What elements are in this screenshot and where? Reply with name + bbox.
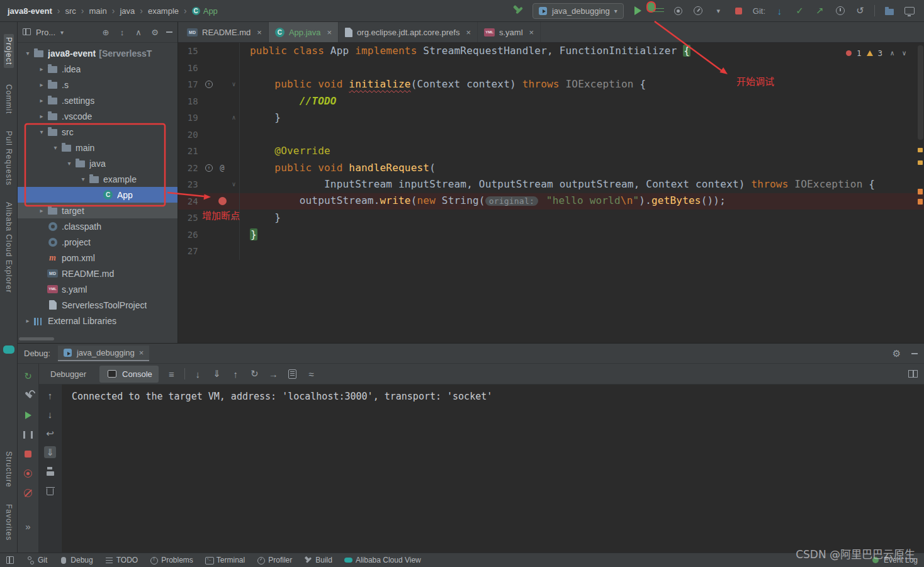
tree-item-main[interactable]: ▾main xyxy=(18,140,177,155)
close-icon[interactable]: × xyxy=(327,28,332,37)
fold-marker-icon[interactable] xyxy=(228,93,240,110)
scroll-to-end-icon[interactable]: ⇓ xyxy=(44,446,56,458)
editor-tab-org.eclipse.jdt.apt.core.prefs[interactable]: org.eclipse.jdt.apt.core.prefs× xyxy=(339,22,478,42)
fold-marker-icon[interactable] xyxy=(228,243,240,260)
tree-item-app[interactable]: CApp xyxy=(18,187,177,203)
tree-item-.settings[interactable]: ▸.settings xyxy=(18,93,177,108)
close-icon[interactable]: × xyxy=(529,28,534,37)
tree-item-.vscode[interactable]: ▸.vscode xyxy=(18,108,177,124)
collapse-all-icon[interactable]: ∧ xyxy=(133,27,144,37)
status-bar-item-profiler[interactable]: Profiler xyxy=(257,556,292,564)
override-marker-icon[interactable]: ↑ xyxy=(205,81,213,88)
fold-marker-icon[interactable]: ∧ xyxy=(228,109,240,126)
tree-item-src[interactable]: ▾src xyxy=(18,124,177,140)
fold-marker-icon[interactable] xyxy=(228,126,240,143)
tree-item-target[interactable]: ▸target xyxy=(18,203,177,218)
breadcrumb-item-src[interactable]: src xyxy=(64,5,77,17)
history-icon[interactable] xyxy=(834,5,846,17)
rerun-frame-icon[interactable]: ↻ xyxy=(249,368,261,380)
expand-collapse-icon[interactable]: ↕ xyxy=(117,27,127,37)
scrollbar-thumb[interactable] xyxy=(918,45,923,140)
tree-item-java[interactable]: ▾java xyxy=(18,155,177,171)
fold-marker-icon[interactable]: ∨ xyxy=(228,76,240,93)
build-hammer-icon[interactable] xyxy=(512,5,524,17)
fold-marker-icon[interactable]: ∧ xyxy=(228,210,240,227)
collapse-arrow-icon[interactable]: ▾ xyxy=(64,160,74,167)
breakpoint-icon[interactable] xyxy=(218,197,227,205)
tree-item-s.yaml[interactable]: YMLs.yaml xyxy=(18,281,177,297)
fold-marker-icon[interactable] xyxy=(228,193,240,210)
tree-item-pom.xml[interactable]: mpom.xml xyxy=(18,250,177,266)
project-folder-icon[interactable] xyxy=(883,5,895,17)
run-icon[interactable] xyxy=(632,5,644,17)
run-configuration-chooser[interactable]: java_debugging ▾ xyxy=(532,3,624,19)
alibaba-cloud-icon[interactable] xyxy=(3,345,14,354)
clear-all-icon[interactable] xyxy=(44,484,56,496)
settings-gear-icon[interactable]: ⚙ xyxy=(150,27,160,37)
stop-icon[interactable] xyxy=(733,5,745,17)
close-icon[interactable]: × xyxy=(139,348,144,357)
tree-item-java8-event[interactable]: ▾java8-event[ServerlessT xyxy=(18,45,177,61)
breadcrumb-item-java8-event[interactable]: java8-event xyxy=(6,5,54,17)
hide-panel-icon[interactable] xyxy=(166,31,172,33)
status-bar-item-alibaba-cloud-view[interactable]: Alibaba Cloud View xyxy=(344,556,421,564)
step-over-icon[interactable]: ↓ xyxy=(192,368,204,380)
rerun-debug-icon[interactable]: ↻ xyxy=(22,370,34,382)
tree-item-example[interactable]: ▾example xyxy=(18,171,177,187)
tool-strip-item-project[interactable]: Project xyxy=(4,34,14,68)
run-options-dropdown-icon[interactable] xyxy=(713,5,724,17)
editor-tab-s.yaml[interactable]: YMLs.yaml× xyxy=(478,22,541,42)
debug-tab-console[interactable]: Console xyxy=(99,366,159,383)
debug-tab-debugger[interactable]: Debugger xyxy=(44,367,93,381)
menu-icon[interactable]: ≡ xyxy=(166,368,177,380)
editor-tab-readme.md[interactable]: MDREADME.md× xyxy=(181,22,269,42)
remote-host-icon[interactable] xyxy=(903,5,915,17)
tree-item-readme.md[interactable]: MDREADME.md xyxy=(18,266,177,281)
restore-layout-icon[interactable] xyxy=(907,368,919,380)
fold-marker-icon[interactable] xyxy=(228,160,240,177)
breadcrumb-item-app[interactable]: CApp xyxy=(191,5,219,17)
editor-tab-app.java[interactable]: CApp.java× xyxy=(269,22,339,42)
expand-arrow-icon[interactable]: ▸ xyxy=(37,113,47,120)
override-marker-icon[interactable]: ↑ xyxy=(205,164,213,172)
close-icon[interactable]: × xyxy=(466,28,471,37)
push-icon[interactable]: ↗ xyxy=(814,5,826,17)
fold-marker-icon[interactable]: ∨ xyxy=(228,176,240,193)
console-output[interactable]: Connected to the target VM, address: 'lo… xyxy=(62,385,924,553)
settings-gear-icon[interactable]: ⚙ xyxy=(891,347,903,359)
tree-item-.project[interactable]: .project xyxy=(18,234,177,250)
print-icon[interactable] xyxy=(44,465,56,477)
next-issue-icon[interactable]: ∨ xyxy=(902,49,906,57)
commit-icon[interactable]: ✓ xyxy=(794,5,806,17)
expand-arrow-icon[interactable]: ▸ xyxy=(23,317,33,324)
rollback-icon[interactable]: ↺ xyxy=(854,5,866,17)
close-icon[interactable]: × xyxy=(257,28,262,37)
tree-item-.idea[interactable]: ▸.idea xyxy=(18,61,177,77)
hide-panel-icon[interactable] xyxy=(911,353,918,354)
step-out-icon[interactable]: ↑ xyxy=(230,368,242,380)
up-the-stack-icon[interactable]: ↑ xyxy=(44,390,56,401)
tree-item-.classpath[interactable]: .classpath xyxy=(18,218,177,234)
tree-item-serverlesstoolproject[interactable]: ServerlessToolProject xyxy=(18,297,177,313)
tool-strip-item-commit[interactable]: Commit xyxy=(4,84,13,114)
status-bar-item-terminal[interactable]: Terminal xyxy=(205,556,245,564)
view-options-icon[interactable]: ≈ xyxy=(305,368,317,380)
warning-stripe-mark[interactable] xyxy=(918,148,923,152)
breadcrumb-item-java[interactable]: java xyxy=(118,5,136,17)
more-options-icon[interactable]: » xyxy=(22,520,34,532)
view-breakpoints-icon[interactable] xyxy=(22,468,34,480)
run-with-coverage-icon[interactable] xyxy=(672,5,684,17)
fold-marker-icon[interactable] xyxy=(228,43,240,60)
stop-debug-icon[interactable] xyxy=(22,448,34,460)
expand-arrow-icon[interactable]: ▸ xyxy=(37,65,47,72)
event-log-label[interactable]: Event Log xyxy=(884,556,918,564)
inspection-widget[interactable]: 1 3 ∧ ∨ xyxy=(846,48,906,58)
debug-session-tab[interactable]: java_debugging × xyxy=(58,345,149,361)
event-log-icon[interactable] xyxy=(872,556,880,564)
error-stripe-mark[interactable] xyxy=(918,189,923,194)
mute-breakpoints-icon[interactable] xyxy=(22,487,34,499)
tool-strip-item-alibaba-cloud-explorer[interactable]: Alibaba Cloud Explorer xyxy=(4,202,13,293)
fold-marker-icon[interactable] xyxy=(228,143,240,160)
collapse-arrow-icon[interactable]: ▾ xyxy=(78,176,88,182)
down-the-stack-icon[interactable]: ↓ xyxy=(44,408,56,420)
